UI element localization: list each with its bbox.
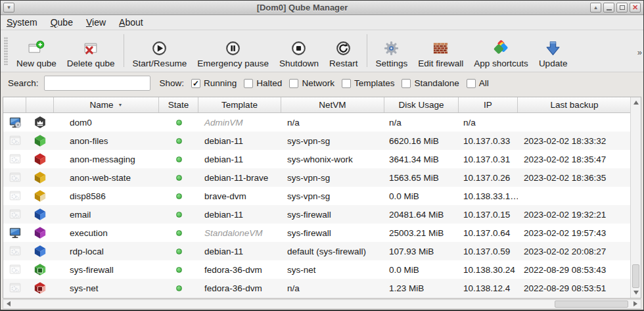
table-row-execution[interactable]: executionStandaloneVMsys-firewall25003.2…	[3, 224, 630, 242]
filter-all[interactable]: All	[467, 78, 489, 88]
close-button[interactable]: ✕	[630, 3, 641, 12]
last-backup-cell: 2023-02-02 19:32:21	[518, 205, 630, 224]
search-input[interactable]	[44, 76, 150, 91]
toolbar-button-label: Start/Resume	[133, 59, 187, 68]
column-header-state[interactable]: State	[159, 97, 198, 112]
vertical-scrollbar-thumb[interactable]	[632, 264, 639, 288]
table-row-anon-files[interactable]: anon-filesdebian-11sys-vpn-sg6620.16 MiB…	[3, 132, 630, 150]
ip-cell: 10.137.0.15	[459, 205, 518, 224]
window-menu-icon: ▾	[7, 5, 11, 11]
qube-name-cell: email	[54, 205, 159, 224]
column-header-label: State	[168, 100, 189, 110]
checkbox-all[interactable]	[467, 79, 476, 88]
state-cell	[159, 168, 198, 187]
netvm-cell: sys-vpn-sg	[281, 132, 384, 150]
checkbox-halted[interactable]	[244, 79, 253, 88]
table-row-sys-net[interactable]: sys-netfedora-36-dvmn/a1.23 MiB10.138.12…	[3, 279, 630, 297]
search-label: Search:	[8, 78, 39, 88]
column-header-disk-usage[interactable]: Disk Usage	[384, 97, 459, 112]
horizontal-scrollbar[interactable]	[3, 299, 641, 309]
table-row-dom0[interactable]: dom0AdminVMn/an/an/a	[3, 113, 630, 132]
state-running-dot	[176, 120, 182, 126]
filter-network[interactable]: Network	[289, 78, 334, 88]
toolbar-button-label: New qube	[16, 59, 57, 68]
disk-usage-cell: 0.0 MiB	[384, 187, 459, 205]
checkbox-running[interactable]: ✓	[191, 79, 200, 88]
state-cell	[159, 260, 198, 279]
dom0-settings-icon	[3, 113, 26, 132]
toolbar-drag-handle[interactable]	[4, 37, 8, 65]
horizontal-scrollbar-thumb[interactable]	[555, 300, 628, 308]
maximize-button[interactable]	[616, 3, 628, 12]
vm-settings-icon	[3, 260, 26, 279]
qube-name-cell: anon-web-state	[54, 168, 159, 187]
settings-button[interactable]: Settings	[371, 38, 413, 69]
vm-settings-icon	[3, 187, 26, 205]
edit-firewall-button[interactable]: Edit firewall	[413, 38, 469, 69]
column-header-template[interactable]: Template	[198, 97, 281, 112]
scroll-up-button[interactable]	[632, 98, 641, 107]
disk-usage-cell: 1563.65 MiB	[384, 168, 459, 187]
filter-label: All	[479, 78, 489, 88]
column-header-name[interactable]: Name▼	[54, 97, 159, 112]
checkbox-templates[interactable]	[342, 79, 351, 88]
new-qube-button[interactable]: New qube	[11, 38, 62, 69]
show-filters: ✓RunningHaltedNetworkTemplatesStandalone…	[184, 78, 489, 88]
table-row-anon-web-state[interactable]: anon-web-statedebian-11-bravesys-vpn-sg1…	[3, 168, 630, 187]
toolbar-overflow-chevron[interactable]: »	[637, 47, 642, 57]
app-shortcuts-button[interactable]: App shortcuts	[469, 38, 534, 69]
state-running-dot	[176, 230, 182, 236]
template-cell: debian-11	[198, 205, 281, 224]
state-running-dot	[176, 249, 182, 254]
filter-running[interactable]: ✓Running	[191, 78, 237, 88]
menu-about[interactable]: About	[119, 17, 143, 28]
template-cell: StandaloneVM	[198, 224, 281, 242]
ip-cell: 10.138.30.24	[459, 260, 518, 279]
table-row-email[interactable]: emaildebian-11sys-firewall20481.64 MiB10…	[3, 205, 630, 224]
state-cell	[159, 242, 198, 260]
table-row-rdp-local[interactable]: rdp-localdebian-11default (sys-firewall)…	[3, 242, 630, 260]
menu-system[interactable]: System	[7, 17, 37, 28]
update-button[interactable]: Update	[534, 38, 573, 69]
state-cell	[159, 279, 198, 297]
column-header-last-backup[interactable]: Last backup	[518, 97, 630, 112]
window-menu-button[interactable]: ▾	[3, 3, 14, 12]
state-running-dot	[176, 285, 182, 291]
column-header-icon-1[interactable]	[26, 97, 54, 112]
ip-cell: 10.137.0.64	[459, 224, 518, 242]
shade-button[interactable]: ▴	[590, 3, 601, 12]
menu-qube[interactable]: Qube	[51, 17, 73, 28]
column-header-netvm[interactable]: NetVM	[281, 97, 384, 112]
scroll-left-button[interactable]	[4, 299, 13, 308]
scroll-right-button[interactable]	[631, 299, 640, 308]
column-header-ip[interactable]: IP	[459, 97, 518, 112]
qube-icon	[26, 260, 54, 279]
vertical-scrollbar[interactable]	[630, 97, 641, 298]
netvm-cell: sys-net	[281, 260, 384, 279]
delete-qube-button[interactable]: Delete qube	[62, 38, 120, 69]
window-title: [Dom0] Qube Manager	[16, 3, 588, 12]
shutdown-button[interactable]: Shutdown	[274, 38, 324, 69]
start-resume-button[interactable]: Start/Resume	[127, 38, 193, 69]
filter-templates[interactable]: Templates	[342, 78, 395, 88]
scroll-down-button[interactable]	[632, 288, 641, 297]
netvm-cell: sys-vpn-sg	[281, 187, 384, 205]
filter-halted[interactable]: Halted	[244, 78, 282, 88]
emergency-pause-button[interactable]: Emergency pause	[192, 38, 274, 69]
restart-button[interactable]: Restart	[324, 38, 363, 69]
toolbar: New qubeDelete qubeStart/ResumeEmergency…	[1, 30, 643, 72]
column-header-icon-0[interactable]	[3, 97, 26, 112]
state-cell	[159, 205, 198, 224]
filter-standalone[interactable]: Standalone	[402, 78, 459, 88]
qube-name-cell: dom0	[54, 113, 159, 132]
shade-icon: ▴	[594, 5, 597, 11]
checkbox-network[interactable]	[289, 79, 298, 88]
checkbox-standalone[interactable]	[402, 79, 411, 88]
menu-view[interactable]: View	[86, 17, 106, 28]
netvm-cell: sys-whonix-work	[281, 150, 384, 168]
table-row-disp8586[interactable]: disp8586brave-dvmsys-vpn-sg0.0 MiB10.138…	[3, 187, 630, 205]
table-row-sys-firewall[interactable]: sys-firewallfedora-36-dvmsys-net0.0 MiB1…	[3, 260, 630, 279]
vm-settings-icon	[3, 205, 26, 224]
table-row-anon-messaging[interactable]: anon-messagingdebian-11sys-whonix-work36…	[3, 150, 630, 168]
minimize-button[interactable]	[603, 3, 614, 12]
